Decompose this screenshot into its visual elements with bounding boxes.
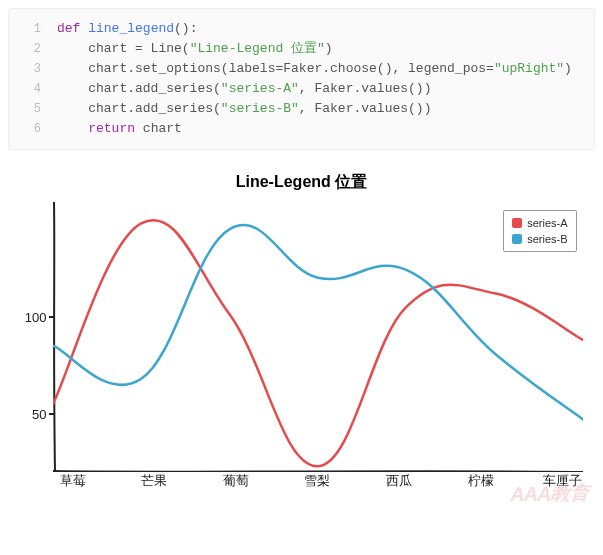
- code-line: 3 chart.set_options(labels=Faker.choose(…: [9, 59, 594, 79]
- line-no: 1: [9, 19, 57, 39]
- series-a-line: [53, 220, 583, 466]
- y-tick-label: 50: [9, 407, 47, 422]
- code-text: def line_legend():: [57, 19, 197, 39]
- line-no: 3: [9, 59, 57, 79]
- x-tick-label: 草莓: [53, 472, 93, 490]
- y-tick-label: 100: [9, 310, 47, 325]
- code-line: 5 chart.add_series("series-B", Faker.val…: [9, 99, 594, 119]
- code-line: 4 chart.add_series("series-A", Faker.val…: [9, 79, 594, 99]
- code-line: 1 def line_legend():: [9, 19, 594, 39]
- y-axis: [54, 202, 55, 472]
- chart-title: Line-Legend 位置: [9, 172, 595, 193]
- x-tick-label: 西瓜: [379, 472, 419, 490]
- code-text: chart.add_series("series-B", Faker.value…: [57, 99, 431, 119]
- x-tick-labels: 草莓 芒果 葡萄 雪梨 西瓜 柠檬 车厘子: [53, 472, 583, 490]
- plot-svg: [53, 200, 583, 472]
- code-block: 1 def line_legend(): 2 chart = Line("Lin…: [8, 8, 595, 150]
- code-line: 6 return chart: [9, 119, 594, 139]
- x-tick-label: 芒果: [134, 472, 174, 490]
- code-text: chart.set_options(labels=Faker.choose(),…: [57, 59, 572, 79]
- x-tick-label: 雪梨: [297, 472, 337, 490]
- watermark: AAA教育: [510, 481, 588, 502]
- line-no: 5: [9, 99, 57, 119]
- code-line: 2 chart = Line("Line-Legend 位置"): [9, 39, 594, 59]
- chart: Line-Legend 位置 series-A series-B 100 50 …: [9, 172, 595, 502]
- code-text: chart.add_series("series-A", Faker.value…: [57, 79, 431, 99]
- line-no: 6: [9, 119, 57, 139]
- x-tick-label: 葡萄: [216, 472, 256, 490]
- x-tick-label: 柠檬: [461, 472, 501, 490]
- series-b-line: [53, 225, 583, 419]
- code-text: return chart: [57, 119, 182, 139]
- line-no: 4: [9, 79, 57, 99]
- code-text: chart = Line("Line-Legend 位置"): [57, 39, 333, 59]
- line-no: 2: [9, 39, 57, 59]
